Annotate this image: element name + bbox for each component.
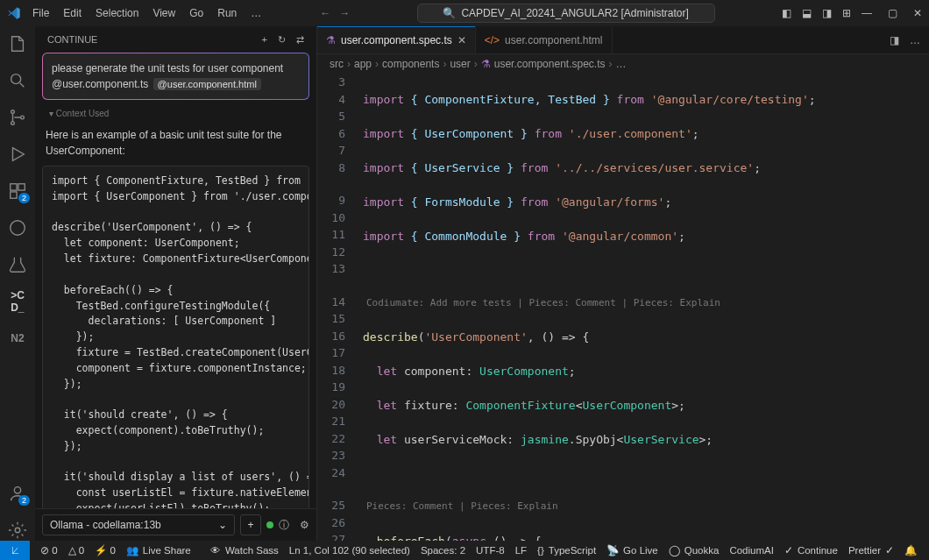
prompt-box[interactable]: please generate the unit tests for user …	[42, 53, 309, 100]
codelens[interactable]: Pieces: Comment | Pieces: Explain	[363, 500, 929, 515]
remote-indicator[interactable]: ⟀	[0, 541, 30, 560]
status-continue[interactable]: ✓ Continue	[779, 544, 843, 556]
svg-rect-6	[11, 192, 17, 198]
settings-icon[interactable]	[7, 520, 28, 541]
status-warnings[interactable]: △ 0	[63, 544, 90, 556]
search-text: CAPDEV_AI_20241_ANGULAR2 [Administrator]	[461, 7, 688, 19]
status-watch-sass[interactable]: 👁 Watch Sass	[205, 544, 284, 556]
accounts-icon[interactable]: 2	[7, 483, 28, 504]
panel-footer: Ollama - codellama:13b ⌄ + ⓘ ⚙	[35, 508, 316, 541]
remote-explorer-icon[interactable]	[7, 217, 28, 238]
status-language[interactable]: {} TypeScript	[532, 544, 601, 556]
tab-spec[interactable]: ⚗ user.component.spec.ts ✕	[317, 26, 476, 53]
gear-icon[interactable]: ⚙	[300, 519, 309, 531]
menu-more[interactable]: …	[245, 4, 267, 23]
tab-html-label: user.component.html	[505, 34, 602, 46]
svg-point-0	[11, 74, 21, 84]
more-icon[interactable]: …	[910, 34, 920, 46]
reverse-icon[interactable]: ⇄	[296, 34, 304, 46]
menu-file[interactable]: File	[26, 4, 55, 23]
window-maximize-icon[interactable]: ▢	[888, 7, 897, 19]
line-gutter: 345678 910111213 1415161718192021222324 …	[317, 74, 358, 541]
split-icon[interactable]: ◨	[890, 34, 899, 46]
nav-forward-icon[interactable]: →	[339, 7, 350, 19]
assistant-code-block: import { ComponentFixture, TestBed } fro…	[42, 166, 309, 508]
svg-rect-4	[11, 184, 17, 190]
extensions-badge: 2	[18, 193, 30, 203]
flask-icon: ⚗	[481, 58, 491, 70]
scm-icon[interactable]	[7, 107, 28, 128]
codelens[interactable]: Codiumate: Add more tests | Pieces: Comm…	[363, 296, 929, 312]
svg-point-8	[14, 487, 20, 493]
window-controls: — ▢ ✕	[862, 7, 922, 19]
status-spaces[interactable]: Spaces: 2	[415, 544, 471, 556]
prompt-chip-ts: @user.component.ts	[52, 78, 148, 90]
search-area: 🔍 CAPDEV_AI_20241_ANGULAR2 [Administrato…	[350, 4, 782, 23]
menu-view[interactable]: View	[146, 4, 181, 23]
window-minimize-icon[interactable]: —	[862, 7, 872, 19]
svg-point-1	[11, 110, 15, 114]
n2-icon[interactable]: N2	[7, 328, 28, 349]
flask-icon: ⚗	[326, 34, 336, 46]
status-errors[interactable]: ⊘ 0	[35, 544, 63, 556]
status-bell-icon[interactable]: 🔔	[899, 544, 922, 556]
tab-spec-label: user.component.spec.ts	[341, 34, 452, 46]
svg-point-3	[21, 116, 25, 119]
customize-layout-icon[interactable]: ⊞	[842, 7, 851, 19]
status-cursor[interactable]: Ln 1, Col 102 (90 selected)	[284, 544, 415, 556]
status-eol[interactable]: LF	[510, 544, 532, 556]
svg-rect-5	[18, 184, 25, 190]
side-panel: CONTINUE + ↻ ⇄ please generate the unit …	[35, 26, 317, 541]
status-bar: ⟀ ⊘ 0 △ 0 ⚡ 0 👥 Live Share 👁 Watch Sass …	[0, 541, 929, 560]
menu-run[interactable]: Run	[211, 4, 243, 23]
search-icon[interactable]	[7, 70, 28, 91]
svg-point-7	[11, 221, 25, 236]
panel-right-icon[interactable]: ◨	[822, 7, 832, 19]
prompt-line1: please generate the unit tests for user …	[52, 60, 300, 76]
run-debug-icon[interactable]	[7, 144, 28, 165]
editor-area: ⚗ user.component.spec.ts ✕ </> user.comp…	[317, 26, 929, 541]
help-icon[interactable]: ⓘ	[279, 518, 289, 533]
panel-title: CONTINUE	[47, 34, 97, 45]
status-quokka[interactable]: ◯ Quokka	[663, 544, 725, 556]
add-model-button[interactable]: +	[240, 514, 261, 535]
panel-left-icon[interactable]: ◧	[782, 7, 791, 19]
nav-arrows: ← →	[320, 7, 350, 19]
history-icon[interactable]: ↻	[278, 34, 286, 46]
search-icon: 🔍	[443, 7, 456, 19]
nav-back-icon[interactable]: ←	[320, 7, 330, 19]
explorer-icon[interactable]	[7, 33, 28, 54]
vscode-logo-icon	[7, 6, 21, 20]
window-close-icon[interactable]: ✕	[913, 7, 922, 19]
testing-icon[interactable]	[7, 254, 28, 275]
menu-go[interactable]: Go	[183, 4, 209, 23]
close-icon[interactable]: ✕	[457, 34, 466, 46]
layout-controls: ◧ ⬓ ◨ ⊞	[782, 7, 851, 19]
menu-selection[interactable]: Selection	[89, 4, 145, 23]
code-lines: import { ComponentFixture, TestBed } fro…	[363, 74, 929, 541]
code-editor[interactable]: 345678 910111213 1415161718192021222324 …	[317, 74, 929, 541]
model-selector[interactable]: Ollama - codellama:13b ⌄	[42, 514, 235, 535]
accounts-badge: 2	[18, 495, 30, 506]
status-encoding[interactable]: UTF-8	[471, 544, 510, 556]
svg-point-9	[15, 528, 20, 533]
status-liveshare[interactable]: 👥 Live Share	[121, 544, 196, 556]
breadcrumbs[interactable]: src› app› components› user› ⚗ user.compo…	[317, 54, 929, 74]
titlebar: File Edit Selection View Go Run … ← → 🔍 …	[0, 0, 929, 26]
new-session-icon[interactable]: +	[262, 34, 267, 46]
continue-icon[interactable]: >CD_	[7, 291, 28, 312]
html-icon: </>	[485, 34, 500, 46]
status-golive[interactable]: 📡 Go Live	[601, 544, 663, 556]
activity-bar: 2 >CD_ N2 2	[0, 26, 35, 541]
extensions-icon[interactable]: 2	[7, 181, 28, 202]
model-label: Ollama - codellama:13b	[50, 519, 161, 531]
context-used[interactable]: ▾ Context Used	[42, 105, 309, 122]
prompt-chip-html[interactable]: @user.component.html	[153, 78, 261, 90]
status-codium[interactable]: CodiumAI	[724, 544, 779, 556]
menu-edit[interactable]: Edit	[57, 4, 88, 23]
tab-html[interactable]: </> user.component.html	[476, 26, 613, 53]
status-prettier[interactable]: Prettier ✓	[843, 544, 899, 556]
command-center[interactable]: 🔍 CAPDEV_AI_20241_ANGULAR2 [Administrato…	[417, 4, 715, 23]
panel-bottom-icon[interactable]: ⬓	[802, 7, 812, 19]
status-ports[interactable]: ⚡ 0	[89, 544, 121, 556]
